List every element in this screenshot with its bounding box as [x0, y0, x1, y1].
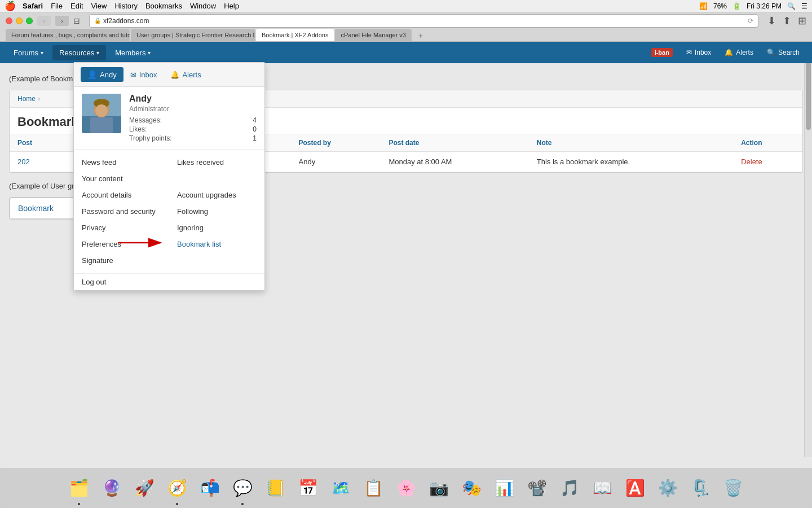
view-menu[interactable]: View	[91, 2, 107, 10]
back-button[interactable]: ‹	[37, 16, 51, 26]
menu-bookmark-list[interactable]: Bookmark list	[169, 236, 264, 252]
inbox-tab-label: Inbox	[139, 71, 157, 79]
dock: 🗂️ 🔮 🚀 🧭 📬 💬 📒 📅 🗺️ 📋 🌸 📷 🎭 📊 �	[0, 467, 812, 508]
inbox-nav-item[interactable]: ✉ Inbox	[681, 45, 717, 60]
edit-menu[interactable]: Edit	[70, 2, 83, 10]
menu-empty-1	[169, 170, 264, 187]
address-bar[interactable]: 🔒 xf2addons.com ⟳	[89, 14, 758, 28]
menu-likes-received[interactable]: Likes received	[169, 154, 264, 170]
dock-photos[interactable]: 🌸	[391, 474, 421, 503]
menu-password-security[interactable]: Password and security	[74, 203, 169, 220]
dock-maps[interactable]: 🗺️	[326, 474, 355, 503]
dock-books[interactable]: 📖	[588, 474, 617, 503]
url-display: xf2addons.com	[103, 17, 149, 25]
new-tab-button[interactable]: +	[415, 30, 426, 41]
breadcrumb-home[interactable]: Home	[17, 95, 36, 103]
download-icon[interactable]: ⬇	[767, 15, 776, 27]
dock-finder[interactable]: 🗂️	[64, 474, 94, 503]
browser-chrome: ‹ › ⊟ 🔒 xf2addons.com ⟳ ⬇ ⬆ ⊞ Forum feat…	[0, 12, 812, 42]
members-nav-item[interactable]: Members ▾	[108, 45, 157, 60]
cell-post[interactable]: 202	[10, 152, 67, 172]
menu-your-content[interactable]: Your content	[74, 170, 169, 187]
sidebar-toggle[interactable]: ⊟	[73, 16, 80, 25]
search-label: Search	[778, 49, 800, 56]
app-menu[interactable]: Safari	[23, 2, 43, 10]
search-nav-item[interactable]: 🔍 Search	[761, 45, 805, 60]
menu-account-upgrades[interactable]: Account upgrades	[169, 187, 264, 203]
inbox-label: Inbox	[695, 49, 711, 56]
dock-calendar[interactable]: 📅	[293, 474, 323, 503]
dock-messages[interactable]: 💬	[228, 474, 257, 503]
file-menu[interactable]: File	[51, 2, 63, 10]
trash-icon: 🗑️	[723, 479, 743, 497]
dock-sysprefs[interactable]: ⚙️	[653, 474, 682, 503]
minimize-button[interactable]	[16, 17, 23, 24]
cell-posted-by: Andy	[291, 152, 381, 172]
time-display: Fri 3:26 PM	[747, 2, 782, 10]
members-chevron: ▾	[148, 50, 151, 56]
dock-notes[interactable]: 📒	[261, 474, 290, 503]
menu-ignoring[interactable]: Ignoring	[169, 220, 264, 236]
finder-icon: 🗂️	[69, 479, 89, 497]
new-tab-icon[interactable]: ⊞	[798, 15, 806, 27]
reload-button[interactable]: ⟳	[748, 17, 753, 25]
forums-nav-item[interactable]: Forums ▾	[7, 45, 50, 60]
iban-nav-item[interactable]: i-ban	[646, 45, 678, 60]
dock-keynote[interactable]: 📽️	[522, 474, 551, 503]
dock-mail[interactable]: 📬	[195, 474, 224, 503]
trophy-stat: Trophy points: 1	[129, 134, 257, 142]
dock-appstore[interactable]: 🅰️	[620, 474, 650, 503]
dock-archive[interactable]: 🗜️	[686, 474, 715, 503]
search-icon[interactable]: 🔍	[787, 2, 796, 10]
menu-news-feed[interactable]: News feed	[74, 154, 169, 170]
dock-siri[interactable]: 🔮	[97, 474, 126, 503]
forward-button[interactable]: ›	[55, 16, 69, 26]
menu-logout[interactable]: Log out	[74, 273, 264, 290]
window-menu[interactable]: Window	[190, 2, 216, 10]
share-icon[interactable]: ⬆	[783, 15, 791, 27]
menu-empty-2	[169, 252, 264, 269]
dock-music[interactable]: 🎵	[555, 474, 584, 503]
control-center-icon[interactable]: ☰	[801, 2, 807, 10]
close-button[interactable]	[6, 17, 12, 24]
dock-photobooth[interactable]: 🎭	[457, 474, 486, 503]
apple-menu[interactable]: 🍎	[5, 1, 16, 11]
alerts-tab[interactable]: 🔔 Alerts	[164, 67, 208, 82]
svg-point-5	[95, 104, 108, 117]
likes-value: 0	[253, 125, 257, 133]
tab-1[interactable]: Forum features , bugs , complaints and t…	[6, 29, 130, 41]
maximize-button[interactable]	[26, 17, 33, 24]
dock-safari[interactable]: 🧭	[162, 474, 192, 503]
browser-tabs: Forum features , bugs , complaints and t…	[0, 29, 812, 41]
user-details: Andy Administrator Messages: 4 Likes: 0 …	[129, 94, 257, 142]
menu-account-details[interactable]: Account details	[74, 187, 169, 203]
history-menu[interactable]: History	[114, 2, 137, 10]
username-tab[interactable]: 👤 Andy	[81, 67, 123, 82]
tab-4[interactable]: cPanel File Manager v3	[335, 29, 412, 41]
tab-3[interactable]: Bookmark | XF2 Addons	[256, 29, 334, 41]
inbox-tab[interactable]: ✉ Inbox	[123, 67, 164, 82]
resources-nav-item[interactable]: Resources ▾	[52, 45, 106, 60]
menu-following[interactable]: Following	[169, 203, 264, 220]
scrollbar[interactable]	[804, 62, 812, 457]
numbers-icon: 📊	[495, 479, 514, 497]
menu-signature[interactable]: Signature	[74, 252, 169, 269]
notes-icon: 📒	[266, 479, 285, 497]
dock-facetime[interactable]: 📷	[424, 474, 453, 503]
dock-trash[interactable]: 🗑️	[718, 474, 748, 503]
dock-launchpad[interactable]: 🚀	[130, 474, 159, 503]
dock-reminders[interactable]: 📋	[359, 474, 388, 503]
scrollbar-thumb[interactable]	[806, 62, 811, 130]
finder-dot	[78, 503, 80, 505]
archive-icon: 🗜️	[691, 479, 710, 497]
alerts-nav-item[interactable]: 🔔 Alerts	[719, 45, 759, 60]
bookmarks-menu[interactable]: Bookmarks	[145, 2, 182, 10]
cell-action-delete[interactable]: Delete	[733, 152, 802, 172]
help-menu[interactable]: Help	[224, 2, 239, 10]
members-label: Members	[115, 49, 145, 57]
arrow-annotation	[117, 236, 167, 249]
dock-numbers[interactable]: 📊	[489, 474, 519, 503]
menu-privacy[interactable]: Privacy	[74, 220, 169, 236]
user-avatar-small: 👤	[87, 70, 97, 79]
tab-2[interactable]: User groups | Strategic Frontier Researc…	[131, 29, 255, 41]
